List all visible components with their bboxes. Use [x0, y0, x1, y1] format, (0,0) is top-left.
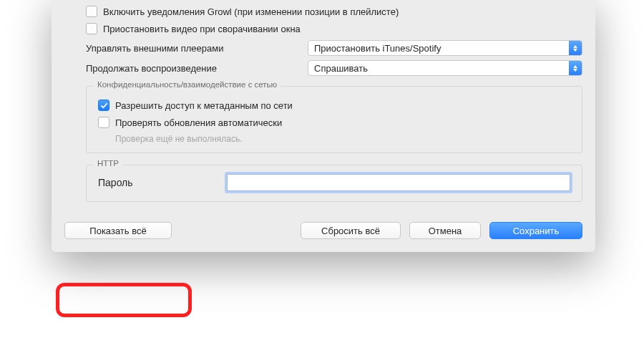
password-input[interactable]	[227, 174, 570, 191]
updown-icon	[569, 41, 582, 55]
continue-playback-row: Продолжать воспроизведение Спрашивать	[86, 60, 582, 76]
update-status-text: Проверка ещё не выполнялась.	[115, 134, 570, 144]
allow-metadata-row: Разрешить доступ к метаданным по сети	[98, 100, 570, 111]
check-updates-row: Проверять обновления автоматически	[98, 117, 570, 128]
save-button[interactable]: Сохранить	[489, 222, 582, 239]
continue-playback-value: Спрашивать	[314, 63, 368, 74]
continue-playback-select[interactable]: Спрашивать	[308, 60, 582, 76]
reset-all-button[interactable]: Сбросить всё	[301, 222, 401, 239]
external-players-row: Управлять внешними плеерами Приостановит…	[86, 40, 582, 56]
button-bar: Показать всё Сбросить всё Отмена Сохрани…	[64, 222, 582, 239]
http-group-legend: HTTP	[94, 159, 122, 168]
pause-minimize-label: Приостановить видео при сворачивании окн…	[103, 24, 301, 34]
growl-checkbox[interactable]	[86, 6, 97, 17]
preferences-window: Включить уведомления Growl (при изменени…	[52, 0, 595, 252]
external-players-value: Приостановить iTunes/Spotify	[314, 43, 441, 54]
continue-playback-label: Продолжать воспроизведение	[86, 63, 308, 74]
password-label: Пароль	[98, 177, 227, 188]
check-updates-label: Проверять обновления автоматически	[115, 117, 282, 128]
check-icon	[100, 102, 108, 110]
privacy-group-legend: Конфиденциальность/взаимодействие с сеть…	[94, 80, 280, 89]
allow-metadata-checkbox[interactable]	[98, 100, 109, 111]
growl-checkbox-label: Включить уведомления Growl (при изменени…	[103, 6, 399, 17]
http-group: HTTP Пароль	[86, 165, 582, 202]
pause-minimize-checkbox[interactable]	[86, 23, 97, 34]
external-players-select[interactable]: Приостановить iTunes/Spotify	[308, 40, 582, 56]
updown-icon	[569, 61, 582, 75]
check-updates-checkbox[interactable]	[98, 117, 109, 128]
highlight-annotation	[56, 283, 192, 317]
external-players-label: Управлять внешними плеерами	[86, 43, 308, 54]
show-all-button[interactable]: Показать всё	[64, 222, 172, 239]
pause-minimize-row: Приостановить видео при сворачивании окн…	[86, 23, 582, 34]
allow-metadata-label: Разрешить доступ к метаданным по сети	[115, 100, 293, 111]
password-row: Пароль	[98, 174, 570, 191]
cancel-button[interactable]: Отмена	[409, 222, 481, 239]
growl-checkbox-row: Включить уведомления Growl (при изменени…	[86, 6, 582, 17]
privacy-group: Конфиденциальность/взаимодействие с сеть…	[86, 86, 582, 153]
